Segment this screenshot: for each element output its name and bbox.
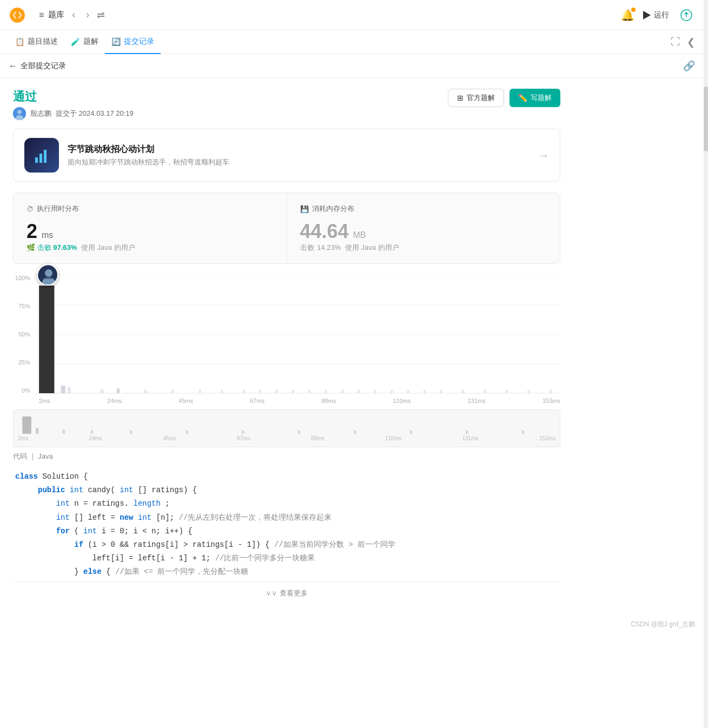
top-right-actions: 🔔 运行 (621, 6, 695, 24)
mini-x-labels: 2ms 24ms 45ms 67ms 88ms 110ms 131ms 153m… (18, 435, 555, 441)
memory-title: 消耗内存分布 (312, 204, 354, 214)
x-label-110ms: 110ms (393, 398, 411, 404)
svg-rect-22 (199, 389, 201, 393)
svg-rect-33 (391, 390, 393, 393)
collapse-icon[interactable]: ❮ (687, 36, 695, 48)
code-block: class Solution { public int candy( int [… (13, 468, 560, 581)
see-more-button[interactable]: ∨∨ 查看更多 (13, 581, 560, 605)
write-icon: ✏️ (518, 94, 527, 102)
svg-rect-16 (61, 386, 65, 393)
memory-value: 44.64 MB (300, 220, 547, 243)
y-label-75: 75% (13, 303, 30, 309)
runtime-number: 2 (27, 220, 37, 242)
nav-list-icon: ≡ (39, 10, 44, 20)
promo-title: 字节跳动秋招心动计划 (68, 144, 530, 155)
promo-icon (24, 138, 59, 173)
memory-unit: MB (353, 230, 366, 240)
code-line-1: class Solution { (13, 470, 560, 484)
y-axis: 100% 75% 50% 25% 0% (13, 275, 35, 394)
svg-rect-30 (341, 390, 343, 393)
notification-icon[interactable]: 🔔 (621, 9, 634, 22)
svg-rect-47 (186, 431, 188, 434)
watermark-text: CSDN @殷J grd_志鹏 (631, 620, 695, 628)
status-right: ⊞ 官方题解 ✏️ 写题解 (448, 89, 560, 107)
scrollbar-thumb[interactable] (704, 87, 708, 151)
runtime-value: 2 ms (27, 220, 274, 243)
code-section: 代码 ｜ Java class Solution { public int (13, 452, 560, 581)
tab-submissions-label: 提交记录 (124, 37, 154, 47)
tab-submissions[interactable]: 🔄 提交记录 (105, 30, 161, 54)
svg-rect-26 (276, 390, 278, 393)
upload-button[interactable] (678, 6, 695, 24)
code-line-3: int n = ratings. length ; (13, 497, 560, 511)
nav-problems-label[interactable]: 题库 (48, 10, 64, 20)
code-line-7: left[i] = left[i - 1] + 1; //比前一个同学多分一块糖… (13, 552, 560, 565)
svg-rect-6 (44, 150, 47, 163)
memory-header: 💾 消耗内存分布 (300, 204, 547, 214)
user-position-marker (37, 264, 58, 286)
write-solution-button[interactable]: ✏️ 写题解 (510, 89, 560, 107)
status-left: 通过 殷志鹏 提交于 2024.03.17 20:19 (13, 89, 134, 120)
x-label-2ms: 2ms (39, 398, 50, 404)
svg-point-8 (45, 269, 52, 277)
nav-next-arrow[interactable]: › (83, 7, 92, 23)
svg-rect-42 (22, 416, 31, 434)
logo[interactable] (9, 6, 26, 24)
mini-x-5: 110ms (385, 435, 401, 441)
scrollbar-track[interactable] (704, 0, 708, 728)
expand-icon[interactable]: ⛶ (671, 36, 680, 48)
run-label: 运行 (654, 10, 669, 20)
back-button[interactable]: ← 全部提交记录 (9, 61, 66, 71)
tab-solution[interactable]: 🧪 题解 (64, 30, 105, 54)
mini-chart: 2ms 24ms 45ms 67ms 88ms 110ms 131ms 153m… (13, 409, 560, 447)
back-arrow-icon: ← (9, 61, 17, 71)
svg-rect-19 (117, 388, 120, 393)
avatar[interactable] (13, 107, 26, 120)
mini-x-6: 131ms (462, 435, 478, 441)
svg-rect-36 (440, 390, 442, 393)
tab-right-icons: ⛶ ❮ (671, 36, 695, 48)
mini-x-3: 67ms (237, 435, 250, 441)
svg-rect-41 (550, 390, 552, 393)
runtime-unit: ms (42, 230, 53, 240)
memory-detail: 击败 14.23% 使用 Java 的用户 (300, 243, 547, 253)
y-label-100: 100% (13, 275, 30, 281)
svg-rect-46 (130, 431, 132, 434)
svg-rect-4 (35, 157, 38, 163)
mini-chart-svg (18, 414, 555, 434)
tab-solution-label: 题解 (83, 37, 98, 47)
svg-point-2 (17, 110, 22, 114)
run-button[interactable]: 运行 (643, 10, 669, 20)
x-label-24ms: 24ms (107, 398, 122, 404)
promo-card[interactable]: 字节跳动秋招心动计划 面向短期冲刺字节跳动秋招选手，秋招弯道顺利超车 → (13, 129, 560, 182)
code-label-text: 代码 (13, 452, 27, 460)
y-label-25: 25% (13, 359, 30, 366)
memory-pct: 14.23% (317, 243, 341, 252)
memory-lang: 使用 Java 的用户 (345, 243, 399, 252)
link-icon[interactable]: 🔗 (683, 61, 695, 71)
svg-rect-31 (358, 390, 360, 393)
official-solution-label: 官方题解 (467, 93, 495, 103)
svg-rect-52 (466, 431, 468, 434)
x-label-67ms: 67ms (250, 398, 264, 404)
breadcrumb-right: 🔗 (683, 60, 695, 72)
status-pass: 通过 (13, 89, 134, 105)
nav-shuffle-icon[interactable]: ⇌ (97, 9, 105, 21)
svg-rect-37 (462, 390, 464, 393)
stats-row: ⏱ 执行用时分布 2 ms 🌿 击败 97.63% 使用 Java 的用户 (13, 193, 560, 264)
status-submitter: 殷志鹏 提交于 2024.03.17 20:19 (13, 107, 134, 120)
code-lang: Java (38, 452, 52, 460)
official-solution-button[interactable]: ⊞ 官方题解 (448, 89, 504, 107)
tab-description-label: 题目描述 (28, 37, 58, 47)
svg-rect-18 (101, 389, 104, 393)
svg-rect-39 (506, 390, 508, 393)
memory-icon: 💾 (300, 205, 309, 213)
svg-rect-23 (221, 390, 223, 393)
submit-time: 提交于 2024.03.17 20:19 (56, 109, 134, 118)
write-solution-label: 写题解 (531, 93, 552, 103)
code-line-4: int [] left = new int [n]; //先从左到右处理一次，将… (13, 511, 560, 525)
nav-prev-arrow[interactable]: ‹ (69, 7, 78, 23)
back-label: 全部提交记录 (21, 61, 66, 71)
tab-description[interactable]: 📋 题目描述 (9, 30, 64, 54)
runtime-header: ⏱ 执行用时分布 (27, 204, 274, 214)
